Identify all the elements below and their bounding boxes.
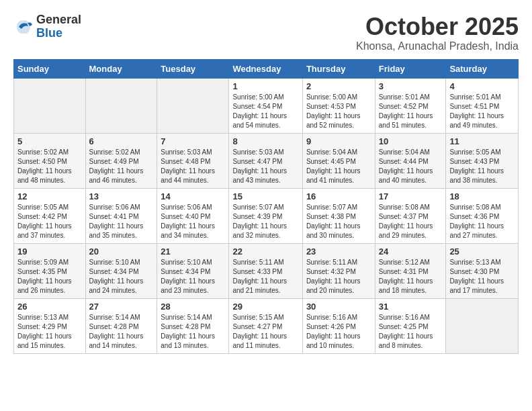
calendar-cell: 4Sunrise: 5:01 AM Sunset: 4:51 PM Daylig… (446, 78, 519, 133)
day-number: 6 (89, 136, 154, 146)
day-number: 9 (306, 136, 371, 146)
day-info: Sunrise: 5:04 AM Sunset: 4:45 PM Dayligh… (306, 148, 371, 185)
day-info: Sunrise: 5:16 AM Sunset: 4:25 PM Dayligh… (379, 313, 443, 351)
logo-general-text: General (36, 13, 81, 27)
calendar-cell: 16Sunrise: 5:07 AM Sunset: 4:38 PM Dayli… (302, 188, 375, 243)
day-number: 18 (449, 191, 515, 201)
day-number: 25 (449, 246, 515, 257)
day-number: 20 (89, 246, 154, 257)
day-info: Sunrise: 5:01 AM Sunset: 4:51 PM Dayligh… (449, 93, 515, 130)
weekday-header: Tuesday (157, 59, 229, 78)
calendar-cell: 6Sunrise: 5:02 AM Sunset: 4:49 PM Daylig… (85, 133, 157, 188)
logo: General Blue (13, 13, 81, 40)
calendar-cell: 29Sunrise: 5:15 AM Sunset: 4:27 PM Dayli… (229, 298, 302, 353)
page-header: General Blue October 2025 Khonsa, Arunac… (13, 13, 519, 52)
calendar-cell: 8Sunrise: 5:03 AM Sunset: 4:47 PM Daylig… (229, 133, 302, 188)
calendar-cell: 13Sunrise: 5:06 AM Sunset: 4:41 PM Dayli… (85, 188, 157, 243)
weekday-header-row: SundayMondayTuesdayWednesdayThursdayFrid… (14, 59, 519, 78)
day-info: Sunrise: 5:06 AM Sunset: 4:41 PM Dayligh… (89, 203, 154, 240)
day-info: Sunrise: 5:15 AM Sunset: 4:27 PM Dayligh… (232, 313, 298, 351)
day-number: 15 (232, 191, 298, 201)
day-number: 1 (232, 81, 298, 91)
day-info: Sunrise: 5:07 AM Sunset: 4:38 PM Dayligh… (306, 203, 371, 240)
day-number: 21 (161, 246, 225, 257)
calendar-cell: 30Sunrise: 5:16 AM Sunset: 4:26 PM Dayli… (302, 298, 375, 353)
day-number: 29 (232, 302, 298, 312)
day-number: 5 (17, 136, 82, 146)
day-info: Sunrise: 5:06 AM Sunset: 4:40 PM Dayligh… (161, 203, 225, 240)
calendar-cell (14, 78, 86, 133)
title-block: October 2025 Khonsa, Arunachal Pradesh, … (356, 13, 519, 52)
day-info: Sunrise: 5:07 AM Sunset: 4:39 PM Dayligh… (232, 203, 298, 240)
day-info: Sunrise: 5:13 AM Sunset: 4:29 PM Dayligh… (17, 313, 82, 351)
day-info: Sunrise: 5:05 AM Sunset: 4:43 PM Dayligh… (449, 148, 515, 185)
logo-icon (13, 17, 34, 37)
calendar-cell: 7Sunrise: 5:03 AM Sunset: 4:48 PM Daylig… (157, 133, 229, 188)
weekday-header: Monday (85, 59, 157, 78)
day-info: Sunrise: 5:10 AM Sunset: 4:34 PM Dayligh… (161, 258, 225, 295)
calendar-table: SundayMondayTuesdayWednesdayThursdayFrid… (13, 59, 519, 354)
calendar-cell: 14Sunrise: 5:06 AM Sunset: 4:40 PM Dayli… (157, 188, 229, 243)
day-number: 28 (161, 302, 225, 312)
calendar-cell: 10Sunrise: 5:04 AM Sunset: 4:44 PM Dayli… (375, 133, 446, 188)
day-number: 27 (89, 302, 154, 312)
day-info: Sunrise: 5:14 AM Sunset: 4:28 PM Dayligh… (161, 313, 225, 351)
day-info: Sunrise: 5:03 AM Sunset: 4:48 PM Dayligh… (161, 148, 225, 185)
day-info: Sunrise: 5:11 AM Sunset: 4:33 PM Dayligh… (232, 258, 298, 295)
calendar-cell: 26Sunrise: 5:13 AM Sunset: 4:29 PM Dayli… (14, 298, 86, 353)
calendar-cell: 19Sunrise: 5:09 AM Sunset: 4:35 PM Dayli… (14, 243, 86, 298)
calendar-cell: 27Sunrise: 5:14 AM Sunset: 4:28 PM Dayli… (85, 298, 157, 353)
calendar-week-row: 19Sunrise: 5:09 AM Sunset: 4:35 PM Dayli… (14, 243, 519, 298)
day-info: Sunrise: 5:02 AM Sunset: 4:49 PM Dayligh… (89, 148, 154, 185)
day-number: 8 (232, 136, 298, 146)
day-info: Sunrise: 5:04 AM Sunset: 4:44 PM Dayligh… (379, 148, 443, 185)
day-number: 10 (379, 136, 443, 146)
calendar-cell: 17Sunrise: 5:08 AM Sunset: 4:37 PM Dayli… (375, 188, 446, 243)
day-number: 22 (232, 246, 298, 257)
weekday-header: Sunday (14, 59, 86, 78)
day-number: 26 (17, 302, 82, 312)
day-info: Sunrise: 5:01 AM Sunset: 4:52 PM Dayligh… (379, 93, 443, 130)
logo-text: General Blue (36, 13, 81, 40)
calendar-cell: 20Sunrise: 5:10 AM Sunset: 4:34 PM Dayli… (85, 243, 157, 298)
calendar-cell: 1Sunrise: 5:00 AM Sunset: 4:54 PM Daylig… (229, 78, 302, 133)
calendar-week-row: 12Sunrise: 5:05 AM Sunset: 4:42 PM Dayli… (14, 188, 519, 243)
day-number: 12 (17, 191, 82, 201)
month-title: October 2025 (356, 13, 519, 40)
day-number: 4 (449, 81, 515, 91)
day-info: Sunrise: 5:02 AM Sunset: 4:50 PM Dayligh… (17, 148, 82, 185)
day-info: Sunrise: 5:09 AM Sunset: 4:35 PM Dayligh… (17, 258, 82, 295)
day-number: 23 (306, 246, 371, 257)
calendar-cell: 9Sunrise: 5:04 AM Sunset: 4:45 PM Daylig… (302, 133, 375, 188)
day-number: 19 (17, 246, 82, 257)
day-info: Sunrise: 5:08 AM Sunset: 4:36 PM Dayligh… (449, 203, 515, 240)
day-info: Sunrise: 5:10 AM Sunset: 4:34 PM Dayligh… (89, 258, 154, 295)
calendar-cell (446, 298, 519, 353)
day-number: 2 (306, 81, 371, 91)
weekday-header: Saturday (446, 59, 519, 78)
day-info: Sunrise: 5:12 AM Sunset: 4:31 PM Dayligh… (379, 258, 443, 295)
weekday-header: Friday (375, 59, 446, 78)
calendar-cell: 21Sunrise: 5:10 AM Sunset: 4:34 PM Dayli… (157, 243, 229, 298)
day-info: Sunrise: 5:00 AM Sunset: 4:53 PM Dayligh… (306, 93, 371, 130)
calendar-cell: 28Sunrise: 5:14 AM Sunset: 4:28 PM Dayli… (157, 298, 229, 353)
day-number: 30 (306, 302, 371, 312)
day-number: 3 (379, 81, 443, 91)
day-info: Sunrise: 5:11 AM Sunset: 4:32 PM Dayligh… (306, 258, 371, 295)
day-number: 17 (379, 191, 443, 201)
calendar-week-row: 1Sunrise: 5:00 AM Sunset: 4:54 PM Daylig… (14, 78, 519, 133)
day-info: Sunrise: 5:05 AM Sunset: 4:42 PM Dayligh… (17, 203, 82, 240)
day-info: Sunrise: 5:03 AM Sunset: 4:47 PM Dayligh… (232, 148, 298, 185)
calendar-cell: 23Sunrise: 5:11 AM Sunset: 4:32 PM Dayli… (302, 243, 375, 298)
day-info: Sunrise: 5:00 AM Sunset: 4:54 PM Dayligh… (232, 93, 298, 130)
calendar-cell: 15Sunrise: 5:07 AM Sunset: 4:39 PM Dayli… (229, 188, 302, 243)
day-number: 7 (161, 136, 225, 146)
location: Khonsa, Arunachal Pradesh, India (356, 40, 519, 52)
day-info: Sunrise: 5:14 AM Sunset: 4:28 PM Dayligh… (89, 313, 154, 351)
calendar-cell: 25Sunrise: 5:13 AM Sunset: 4:30 PM Dayli… (446, 243, 519, 298)
calendar-cell (157, 78, 229, 133)
calendar-cell: 22Sunrise: 5:11 AM Sunset: 4:33 PM Dayli… (229, 243, 302, 298)
calendar-cell: 24Sunrise: 5:12 AM Sunset: 4:31 PM Dayli… (375, 243, 446, 298)
calendar-cell: 2Sunrise: 5:00 AM Sunset: 4:53 PM Daylig… (302, 78, 375, 133)
calendar-cell: 18Sunrise: 5:08 AM Sunset: 4:36 PM Dayli… (446, 188, 519, 243)
